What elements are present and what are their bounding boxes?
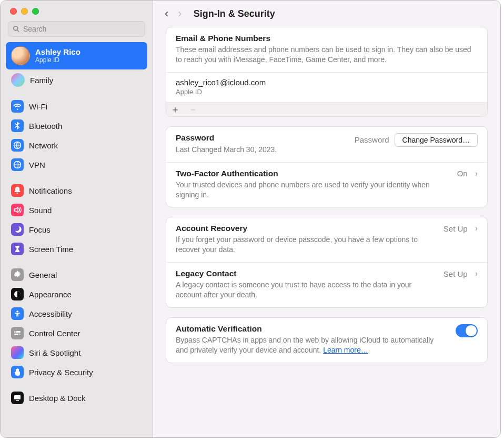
password-title: Password: [176, 133, 346, 143]
sidebar-item-appearance[interactable]: Appearance: [6, 285, 147, 304]
learn-more-link[interactable]: Learn more…: [323, 346, 368, 354]
password-sub: Last Changed March 30, 2023.: [176, 145, 346, 155]
auto-verification-desc: Bypass CAPTCHAs in apps and on the web b…: [176, 335, 447, 355]
email-phone-title: Email & Phone Numbers: [176, 34, 478, 43]
svg-rect-9: [16, 400, 19, 401]
header: ‹ › Sign-In & Security: [153, 1, 500, 25]
sidebar-scroll[interactable]: Ashley Rico Apple ID Family Wi-Fi Blueto…: [1, 42, 153, 437]
auto-verification-card: Automatic Verification Bypass CAPTCHAs i…: [166, 317, 488, 363]
sidebar-item-network[interactable]: Network: [6, 136, 147, 155]
control-center-icon: [11, 327, 24, 339]
email-phone-desc: These email addresses and phone numbers …: [176, 45, 478, 65]
window-controls: [1, 5, 153, 21]
zoom-window-button[interactable]: [32, 8, 39, 15]
search-icon: [13, 25, 20, 33]
sidebar-item-screen-time[interactable]: Screen Time: [6, 239, 147, 258]
chevron-right-icon: ›: [475, 169, 478, 178]
two-factor-value: On: [457, 169, 468, 178]
account-recovery-row[interactable]: Account Recovery If you forget your pass…: [166, 217, 487, 262]
sidebar-item-label: Notifications: [29, 186, 72, 195]
desktop-icon: [11, 392, 24, 404]
sidebar-item-label: Screen Time: [29, 245, 73, 254]
nav-forward-button[interactable]: ›: [178, 8, 182, 19]
sidebar-item-vpn[interactable]: VPN: [6, 155, 147, 174]
siri-icon: [11, 346, 24, 359]
sidebar-item-label: Sound: [29, 206, 52, 215]
svg-rect-4: [14, 331, 21, 333]
sidebar-item-label: Privacy & Security: [29, 368, 93, 377]
sidebar-item-sound[interactable]: Sound: [6, 201, 147, 219]
sidebar-item-label: Focus: [29, 225, 51, 234]
avatar: [11, 46, 30, 65]
sidebar-item-privacy-security[interactable]: Privacy & Security: [6, 363, 147, 382]
email-address-label: Apple ID: [176, 88, 478, 96]
sidebar-item-label: Control Center: [29, 329, 80, 338]
content-scroll[interactable]: Email & Phone Numbers These email addres…: [153, 25, 500, 437]
sidebar-item-focus[interactable]: Focus: [6, 220, 147, 239]
nav-arrows: ‹ ›: [165, 8, 182, 19]
sidebar-item-family[interactable]: Family: [6, 70, 147, 90]
bluetooth-icon: [11, 119, 24, 132]
email-entry-row[interactable]: ashley_rico1@icloud.com Apple ID: [166, 72, 487, 102]
svg-point-3: [16, 310, 18, 313]
wifi-icon: [11, 100, 24, 113]
legacy-contact-row[interactable]: Legacy Contact A legacy contact is someo…: [166, 262, 487, 307]
auto-verification-toggle[interactable]: [456, 324, 478, 337]
svg-point-6: [15, 331, 16, 332]
hourglass-icon: [11, 243, 24, 255]
accessibility-icon: [11, 307, 24, 320]
two-factor-desc: Your trusted devices and phone numbers a…: [176, 180, 449, 200]
vpn-icon: [11, 158, 24, 171]
sidebar-item-control-center[interactable]: Control Center: [6, 324, 147, 343]
legacy-contact-value: Set Up: [443, 269, 468, 278]
sidebar-item-label: Appearance: [29, 290, 72, 299]
legacy-contact-desc: A legacy contact is someone you trust to…: [176, 280, 435, 300]
chevron-right-icon: ›: [475, 269, 478, 278]
nav-back-button[interactable]: ‹: [165, 8, 168, 19]
sidebar-item-apple-id[interactable]: Ashley Rico Apple ID: [6, 42, 147, 69]
auto-verification-row: Automatic Verification Bypass CAPTCHAs i…: [166, 318, 487, 363]
sidebar-item-notifications[interactable]: Notifications: [6, 181, 147, 200]
search-placeholder: Search: [23, 25, 46, 33]
bell-icon: [11, 184, 24, 197]
add-contact-button[interactable]: ＋: [166, 103, 184, 116]
sidebar-item-wifi[interactable]: Wi-Fi: [6, 97, 147, 116]
svg-rect-5: [14, 334, 21, 335]
appearance-icon: [11, 288, 24, 300]
close-window-button[interactable]: [10, 8, 17, 15]
add-remove-bar: ＋ －: [166, 102, 487, 116]
email-phone-card: Email & Phone Numbers These email addres…: [166, 27, 488, 117]
sidebar-item-label: Accessibility: [29, 309, 72, 318]
password-row: Password Last Changed March 30, 2023. Pa…: [166, 127, 487, 162]
account-recovery-title: Account Recovery: [176, 224, 435, 233]
sidebar-item-accessibility[interactable]: Accessibility: [6, 304, 147, 323]
user-sub: Apple ID: [35, 57, 80, 64]
legacy-contact-title: Legacy Contact: [176, 269, 435, 278]
password-2fa-card: Password Last Changed March 30, 2023. Pa…: [166, 126, 488, 208]
sidebar-item-label: Wi-Fi: [29, 102, 47, 111]
sidebar-item-label: Desktop & Dock: [29, 394, 86, 403]
sidebar-item-label: Family: [30, 76, 53, 85]
sidebar-item-label: Network: [29, 141, 58, 150]
sidebar-item-label: Bluetooth: [29, 122, 62, 131]
sidebar-item-bluetooth[interactable]: Bluetooth: [6, 116, 147, 135]
sidebar-item-siri-spotlight[interactable]: Siri & Spotlight: [6, 343, 147, 362]
account-recovery-value: Set Up: [443, 224, 468, 233]
password-value-label: Password: [355, 135, 389, 144]
sidebar-item-general[interactable]: General: [6, 265, 147, 284]
sidebar-item-label: VPN: [29, 161, 45, 169]
network-icon: [11, 139, 24, 152]
search-input[interactable]: Search: [8, 21, 145, 37]
email-address: ashley_rico1@icloud.com: [176, 78, 478, 87]
user-name: Ashley Rico: [35, 47, 80, 56]
settings-window: Search Ashley Rico Apple ID Family Wi-Fi: [0, 0, 501, 438]
minimize-window-button[interactable]: [21, 8, 28, 15]
family-icon: [11, 73, 25, 87]
account-recovery-desc: If you forget your password or device pa…: [176, 235, 435, 255]
speaker-icon: [11, 204, 24, 216]
two-factor-row[interactable]: Two-Factor Authentication Your trusted d…: [166, 162, 487, 207]
sidebar-item-desktop-dock[interactable]: Desktop & Dock: [6, 388, 147, 407]
change-password-button[interactable]: Change Password…: [395, 133, 478, 147]
hand-icon: [11, 366, 24, 378]
chevron-right-icon: ›: [475, 224, 478, 233]
